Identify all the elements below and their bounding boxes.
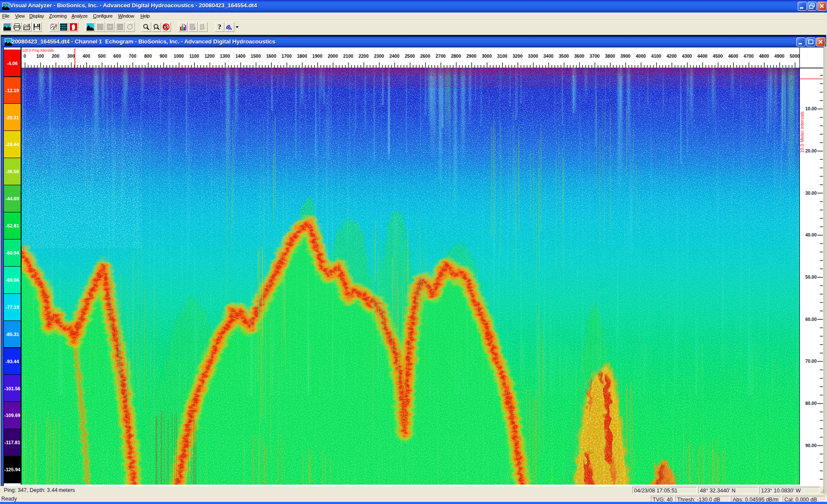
svg-text:700: 700	[129, 53, 137, 59]
svg-text:4200: 4200	[666, 53, 677, 59]
svg-text:80.00: 80.00	[805, 401, 817, 406]
svg-text:600: 600	[113, 53, 121, 59]
svg-text:1200: 1200	[204, 53, 215, 59]
svg-text:3900: 3900	[620, 53, 631, 59]
svg-text:1900: 1900	[312, 53, 323, 59]
svg-text:3600: 3600	[574, 53, 584, 59]
svg-text:1400: 1400	[235, 53, 246, 59]
svg-text:4700: 4700	[743, 53, 754, 59]
svg-text:4800: 4800	[759, 53, 769, 59]
svg-text:200: 200	[52, 53, 59, 59]
svg-text:30.00: 30.00	[805, 190, 817, 196]
svg-text:3200: 3200	[513, 53, 523, 59]
svg-text:300: 300	[67, 53, 75, 59]
svg-text:1700: 1700	[281, 53, 292, 59]
svg-text:4300: 4300	[682, 53, 692, 59]
svg-text:4400: 4400	[697, 53, 708, 59]
svg-text:70.00: 70.00	[805, 358, 817, 364]
svg-text:2000: 2000	[327, 53, 338, 59]
svg-text:4600: 4600	[728, 53, 738, 59]
svg-text:3000: 3000	[482, 53, 492, 59]
svg-text:10.00: 10.00	[805, 106, 817, 111]
svg-text:4900: 4900	[774, 53, 784, 59]
svg-text:5000: 5000	[790, 53, 799, 59]
svg-text:60.00: 60.00	[805, 317, 817, 322]
svg-text:2600: 2600	[420, 53, 430, 59]
svg-text:3500: 3500	[559, 53, 569, 59]
svg-text:1500: 1500	[251, 53, 261, 59]
svg-text:2900: 2900	[466, 53, 476, 59]
svg-text:3400: 3400	[543, 53, 553, 59]
svg-text:90.00: 90.00	[805, 443, 817, 448]
svg-text:3700: 3700	[589, 53, 600, 59]
svg-text:10.0 Meter intervals: 10.0 Meter intervals	[800, 111, 805, 153]
svg-text:1000: 1000	[174, 53, 184, 59]
svg-text:1100: 1100	[189, 53, 199, 59]
svg-text:2400: 2400	[389, 53, 399, 59]
svg-text:?: ?	[218, 23, 221, 31]
svg-text:3800: 3800	[605, 53, 615, 59]
svg-text:900: 900	[159, 53, 167, 59]
svg-text:2500: 2500	[404, 53, 415, 59]
svg-text:20.00: 20.00	[805, 148, 817, 153]
svg-text:0: 0	[23, 53, 26, 59]
svg-text:2100: 2100	[343, 53, 353, 59]
svg-text:500: 500	[98, 53, 106, 59]
svg-text:400: 400	[82, 53, 90, 59]
svg-text:4500: 4500	[712, 53, 723, 59]
svg-text:50.00: 50.00	[805, 274, 817, 280]
svg-text:3100: 3100	[497, 53, 507, 59]
svg-text:40.00: 40.00	[805, 232, 817, 237]
svg-text:1600: 1600	[266, 53, 276, 59]
svg-text:1800: 1800	[297, 53, 307, 59]
svg-text:4100: 4100	[651, 53, 661, 59]
svg-text:100: 100	[36, 53, 44, 59]
svg-text:800: 800	[144, 53, 152, 59]
svg-text:2700: 2700	[435, 53, 446, 59]
svg-text:4000: 4000	[636, 53, 646, 59]
svg-text:2200: 2200	[358, 53, 369, 59]
svg-text:2800: 2800	[451, 53, 461, 59]
svg-text:2300: 2300	[374, 53, 384, 59]
svg-text:3300: 3300	[528, 53, 538, 59]
svg-text:1300: 1300	[220, 53, 230, 59]
